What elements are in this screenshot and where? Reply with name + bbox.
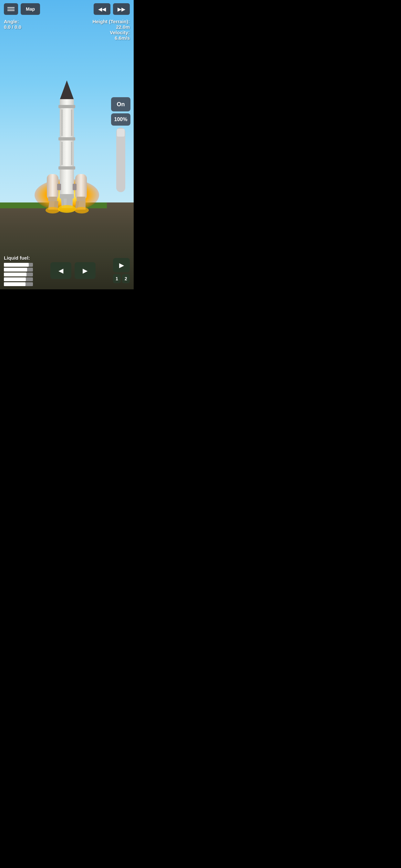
svg-point-26 — [45, 207, 60, 213]
svg-point-27 — [58, 205, 76, 213]
svg-rect-4 — [61, 110, 63, 136]
top-left-buttons: Map — [4, 3, 40, 15]
steer-left-button[interactable]: ◀ — [50, 262, 71, 279]
svg-rect-9 — [71, 142, 72, 165]
svg-rect-1 — [60, 99, 74, 105]
svg-rect-6 — [58, 137, 75, 141]
fuel-bar-1 — [4, 263, 33, 267]
rocket — [38, 81, 96, 226]
svg-rect-13 — [75, 174, 87, 200]
svg-rect-17 — [60, 194, 74, 198]
stats-right: Height (Terrain): 22.0m Velocity: 6.6m/s — [92, 19, 130, 41]
fuel-bar-4 — [4, 277, 33, 281]
svg-rect-2 — [58, 105, 75, 108]
stage-1-button[interactable]: 1 — [113, 274, 121, 283]
top-right-buttons: ◀◀ ▶▶ — [94, 3, 130, 15]
top-bar: Map ◀◀ ▶▶ — [0, 0, 134, 18]
svg-rect-15 — [73, 184, 76, 190]
svg-marker-0 — [60, 81, 74, 100]
angle-label: Angle: — [4, 19, 21, 24]
throttle-slider[interactable] — [116, 128, 125, 192]
menu-button[interactable] — [4, 3, 18, 15]
svg-rect-12 — [47, 174, 58, 200]
fuel-bar-5 — [4, 282, 33, 286]
game-container: Map ◀◀ ▶▶ Angle: 0.0 / 0.0 Height (Terra… — [0, 0, 134, 289]
height-value: 22.0m — [92, 24, 130, 30]
steer-right-button[interactable]: ▶ — [74, 262, 96, 279]
svg-rect-8 — [61, 142, 63, 165]
bottom-right-controls: ▶ 1 2 — [113, 258, 130, 283]
fuel-bar-2 — [4, 268, 33, 272]
bottom-bar: Liquid fuel: ◀ ▶ ▶ 1 2 — [0, 252, 134, 289]
rewind-button[interactable]: ◀◀ — [94, 3, 111, 15]
svg-rect-14 — [57, 184, 61, 190]
stage-2-button[interactable]: 2 — [122, 274, 130, 283]
svg-rect-10 — [58, 166, 75, 169]
fuel-label: Liquid fuel: — [4, 255, 33, 260]
svg-rect-5 — [71, 110, 72, 136]
throttle-handle[interactable] — [117, 129, 125, 136]
fastforward-button[interactable]: ▶▶ — [113, 3, 130, 15]
stats-left: Angle: 0.0 / 0.0 — [4, 19, 21, 30]
svg-point-28 — [74, 207, 89, 213]
fuel-bar-3 — [4, 273, 33, 276]
hamburger-line — [7, 10, 14, 11]
svg-rect-11 — [60, 169, 74, 195]
throttle-percentage: 100% — [111, 113, 130, 126]
play-button[interactable]: ▶ — [113, 258, 130, 272]
fuel-section: Liquid fuel: — [4, 255, 33, 286]
engine-on-button[interactable]: On — [111, 97, 130, 112]
velocity-value: 6.6m/s — [92, 35, 130, 41]
bottom-nav-buttons: ◀ ▶ — [50, 262, 96, 279]
hamburger-line — [7, 9, 14, 9]
velocity-label: Velocity: — [92, 30, 130, 35]
map-button[interactable]: Map — [21, 3, 40, 15]
stage-buttons: 1 2 — [113, 274, 130, 283]
right-controls: On 100% — [111, 97, 130, 192]
svg-rect-16 — [48, 197, 57, 201]
height-label: Height (Terrain): — [92, 19, 130, 24]
angle-value: 0.0 / 0.0 — [4, 24, 21, 30]
hamburger-line — [7, 7, 14, 8]
svg-rect-18 — [76, 197, 86, 201]
